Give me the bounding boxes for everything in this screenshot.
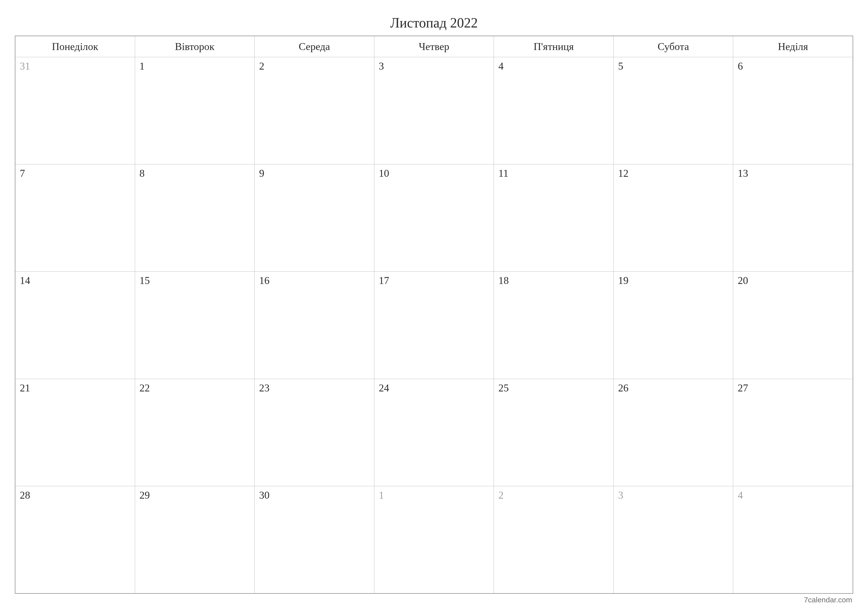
day-cell: 8 [135, 165, 255, 271]
day-cell: 22 [135, 379, 255, 486]
week-row: 28 29 30 1 2 3 4 [16, 486, 852, 593]
day-cell: 9 [254, 165, 374, 271]
day-cell: 23 [254, 379, 374, 486]
day-cell: 19 [614, 272, 733, 379]
day-cell: 21 [16, 379, 135, 486]
day-cell: 12 [614, 165, 733, 271]
day-cell: 3 [374, 57, 494, 164]
day-cell: 3 [614, 486, 733, 593]
day-cell: 27 [733, 379, 852, 486]
day-cell: 11 [494, 165, 614, 271]
week-row: 31 1 2 3 4 5 6 [16, 57, 852, 165]
weekday-header: Вівторок [135, 36, 255, 57]
day-cell: 13 [733, 165, 852, 271]
day-cell: 17 [374, 272, 494, 379]
day-cell: 16 [254, 272, 374, 379]
day-cell: 2 [494, 486, 614, 593]
day-cell: 10 [374, 165, 494, 271]
day-cell: 28 [16, 486, 135, 593]
day-cell: 26 [614, 379, 733, 486]
day-cell: 24 [374, 379, 494, 486]
day-cell: 20 [733, 272, 852, 379]
weekday-header: Понеділок [16, 36, 135, 57]
week-row: 14 15 16 17 18 19 20 [16, 272, 852, 379]
weekday-header: Середа [254, 36, 374, 57]
week-row: 7 8 9 10 11 12 13 [16, 165, 852, 272]
weekday-header: Субота [614, 36, 733, 57]
calendar-grid: Понеділок Вівторок Середа Четвер П'ятниц… [15, 36, 853, 594]
footer-attribution: 7calendar.com [15, 594, 853, 604]
day-cell: 1 [135, 57, 255, 164]
day-cell: 6 [733, 57, 852, 164]
calendar-title: Листопад 2022 [15, 15, 853, 31]
day-cell: 5 [614, 57, 733, 164]
weekday-header: Неділя [733, 36, 852, 57]
day-cell: 15 [135, 272, 255, 379]
weekday-header: П'ятниця [494, 36, 614, 57]
day-cell: 25 [494, 379, 614, 486]
day-cell: 31 [16, 57, 135, 164]
day-cell: 29 [135, 486, 255, 593]
day-cell: 18 [494, 272, 614, 379]
weekday-header: Четвер [374, 36, 494, 57]
week-row: 21 22 23 24 25 26 27 [16, 379, 852, 486]
day-cell: 2 [254, 57, 374, 164]
weekday-header-row: Понеділок Вівторок Середа Четвер П'ятниц… [16, 36, 852, 57]
day-cell: 30 [254, 486, 374, 593]
day-cell: 4 [494, 57, 614, 164]
day-cell: 14 [16, 272, 135, 379]
day-cell: 4 [733, 486, 852, 593]
day-cell: 7 [16, 165, 135, 271]
day-cell: 1 [374, 486, 494, 593]
